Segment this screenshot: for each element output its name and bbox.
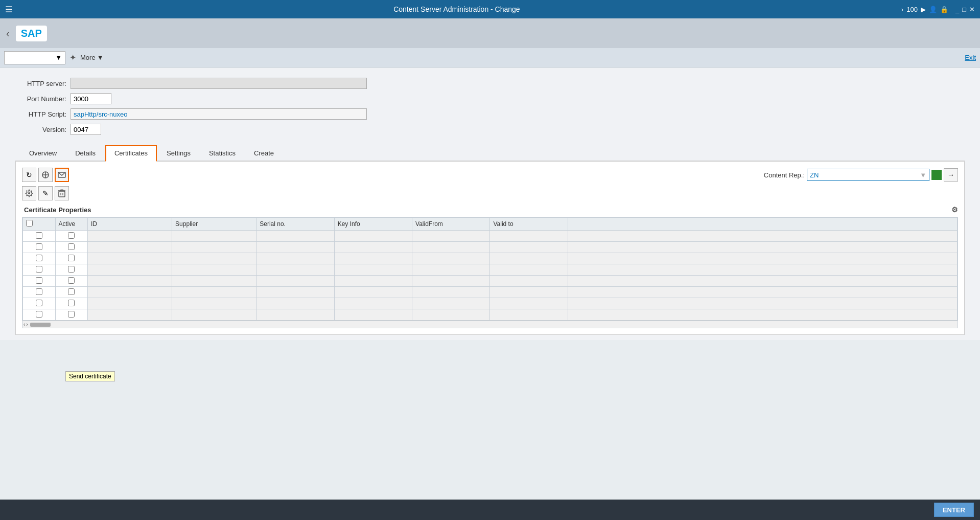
row-supplier-8 xyxy=(172,309,256,321)
table-row xyxy=(23,287,958,298)
row-rest-7 xyxy=(568,298,957,309)
row-select-checkbox-1[interactable] xyxy=(36,232,42,239)
table-row xyxy=(23,264,958,276)
certificates-toolbar: ↻ Send certificate xyxy=(22,168,958,182)
tab-statistics[interactable]: Statistics xyxy=(200,146,244,161)
content-rep-dropdown[interactable]: ZN ▼ xyxy=(807,169,929,181)
table-row xyxy=(23,309,958,321)
play-icon[interactable]: ▶ xyxy=(921,6,926,13)
port-number-input[interactable] xyxy=(71,93,111,104)
row-validto-6 xyxy=(490,287,568,298)
command-dropdown[interactable]: ▼ xyxy=(4,51,65,64)
lock-icon[interactable]: 🔒 xyxy=(940,6,948,13)
row-active-checkbox-8[interactable] xyxy=(68,311,75,318)
row-validfrom-3 xyxy=(412,253,490,264)
row-select-checkbox-6[interactable] xyxy=(36,288,42,295)
row-active-checkbox-5[interactable] xyxy=(68,277,75,284)
row-rest-4 xyxy=(568,264,957,276)
content-rep-label: Content Rep.: xyxy=(764,171,805,179)
tab-certificates[interactable]: Certificates xyxy=(105,145,157,162)
menu-bar: ▼ ✦ More ▼ Exit xyxy=(0,48,980,67)
send-certificate-tooltip: Send certificate xyxy=(65,371,115,381)
select-all-checkbox[interactable] xyxy=(26,220,33,227)
nav-forward-icon[interactable]: › xyxy=(901,6,903,13)
delete-button[interactable] xyxy=(55,186,69,200)
hamburger-icon[interactable]: ☰ xyxy=(5,5,12,14)
tab-create[interactable]: Create xyxy=(245,146,283,161)
row-supplier-2 xyxy=(172,242,256,253)
row-supplier-6 xyxy=(172,287,256,298)
certificates-tab-content: ↻ Send certificate xyxy=(15,162,965,335)
green-status-indicator[interactable] xyxy=(931,170,942,180)
row-validto-5 xyxy=(490,276,568,287)
row-serial-8 xyxy=(256,309,334,321)
properties-button[interactable] xyxy=(22,186,36,200)
http-script-label: HTTP Script: xyxy=(15,110,66,118)
certificates-table-wrapper: Active ID Supplier Serial no. Key Info V… xyxy=(22,217,958,328)
row-active-checkbox-6[interactable] xyxy=(68,288,75,295)
row-select-checkbox-3[interactable] xyxy=(36,255,42,261)
row-active-checkbox-3[interactable] xyxy=(68,255,75,261)
row-active-checkbox-2[interactable] xyxy=(68,243,75,250)
row-select-checkbox-2[interactable] xyxy=(36,243,42,250)
connect-button[interactable] xyxy=(38,168,53,182)
send-certificate-button[interactable] xyxy=(55,168,69,182)
envelope-icon xyxy=(58,171,66,178)
col-header-rest xyxy=(568,218,957,231)
row-id-1 xyxy=(88,231,172,242)
close-btn[interactable]: ✕ xyxy=(969,6,975,13)
tab-settings[interactable]: Settings xyxy=(158,146,199,161)
row-select-checkbox-4[interactable] xyxy=(36,266,42,273)
row-active-checkbox-1[interactable] xyxy=(68,232,75,239)
back-button[interactable]: ‹ xyxy=(0,28,16,39)
refresh-button[interactable]: ↻ xyxy=(22,168,36,182)
table-row xyxy=(23,231,958,242)
row-rest-1 xyxy=(568,231,957,242)
minimize-btn[interactable]: _ xyxy=(955,6,959,13)
port-number-label: Port Number: xyxy=(15,95,66,103)
section-title-text: Certificate Properties xyxy=(24,206,91,214)
row-select-checkbox-8[interactable] xyxy=(36,311,42,318)
certificate-properties-section: Certificate Properties ⚙ xyxy=(22,206,958,214)
row-keyinfo-4 xyxy=(334,264,412,276)
maximize-btn[interactable]: □ xyxy=(962,6,966,13)
row-keyinfo-7 xyxy=(334,298,412,309)
row-active-checkbox-7[interactable] xyxy=(68,300,75,306)
row-rest-8 xyxy=(568,309,957,321)
row-keyinfo-5 xyxy=(334,276,412,287)
enter-button[interactable]: ENTER xyxy=(934,503,974,517)
tab-overview[interactable]: Overview xyxy=(20,146,65,161)
row-id-7 xyxy=(88,298,172,309)
col-header-keyinfo: Key Info xyxy=(334,218,412,231)
sap-logo[interactable]: SAP xyxy=(16,26,47,41)
user-icon[interactable]: 👤 xyxy=(929,6,937,13)
tab-details[interactable]: Details xyxy=(66,146,104,161)
navigate-arrow-button[interactable]: → xyxy=(944,168,958,182)
exit-button[interactable]: Exit xyxy=(965,54,976,61)
row-active-checkbox-4[interactable] xyxy=(68,266,75,273)
row-keyinfo-8 xyxy=(334,309,412,321)
more-menu[interactable]: More ▼ xyxy=(80,54,104,61)
row-serial-7 xyxy=(256,298,334,309)
table-row xyxy=(23,242,958,253)
http-server-input[interactable] xyxy=(71,78,367,89)
horizontal-scrollbar[interactable]: ‹ › xyxy=(22,321,958,328)
http-server-label: HTTP server: xyxy=(15,80,66,87)
row-select-checkbox-7[interactable] xyxy=(36,300,42,306)
row-select-checkbox-5[interactable] xyxy=(36,277,42,284)
http-script-row: HTTP Script: xyxy=(15,108,965,120)
edit-button[interactable]: ✎ xyxy=(38,186,53,200)
content-rep-value: ZN xyxy=(810,171,819,179)
row-validto-1 xyxy=(490,231,568,242)
row-id-2 xyxy=(88,242,172,253)
col-header-serial: Serial no. xyxy=(256,218,334,231)
version-input[interactable] xyxy=(71,124,101,135)
svg-rect-5 xyxy=(59,191,65,197)
navigate-icon[interactable]: ✦ xyxy=(69,53,76,62)
section-settings-icon[interactable]: ⚙ xyxy=(951,206,958,214)
http-script-input[interactable] xyxy=(71,108,367,120)
delete-icon xyxy=(58,189,65,197)
more-chevron-icon: ▼ xyxy=(97,54,104,61)
row-serial-6 xyxy=(256,287,334,298)
row-validto-7 xyxy=(490,298,568,309)
